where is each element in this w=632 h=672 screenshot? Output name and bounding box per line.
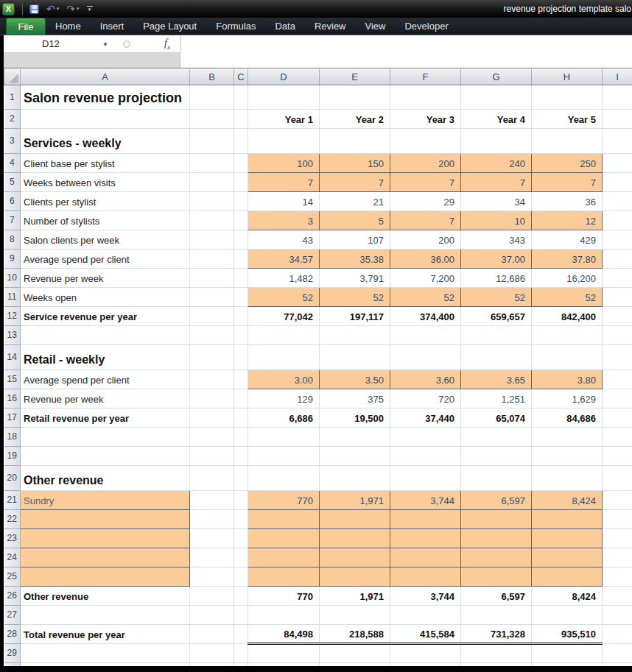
cell-A29[interactable] (21, 643, 190, 662)
cell-I24[interactable] (603, 548, 632, 567)
cell-D2[interactable]: Year 1 (248, 109, 320, 128)
cell-G21[interactable]: 6,597 (461, 490, 532, 509)
cell-F23[interactable] (390, 528, 461, 548)
cell-I22[interactable] (603, 509, 632, 528)
cell-D7[interactable]: 3 (248, 211, 320, 230)
cell-C19[interactable] (234, 446, 248, 465)
column-header-D[interactable]: D (248, 69, 320, 85)
cell-E6[interactable]: 21 (320, 191, 390, 211)
cell-G4[interactable]: 240 (461, 153, 532, 172)
cell-B22[interactable] (190, 509, 234, 528)
cell-F3[interactable] (390, 128, 461, 153)
row-header-18[interactable]: 18 (4, 427, 21, 446)
row-header-24[interactable]: 24 (4, 548, 21, 567)
cell-C1[interactable] (234, 85, 248, 109)
cell-A19[interactable] (21, 446, 190, 465)
cell-H8[interactable]: 429 (532, 230, 603, 249)
cell-D17[interactable]: 6,686 (248, 408, 320, 427)
cell-B26[interactable] (190, 586, 234, 605)
column-header-H[interactable]: H (532, 69, 603, 85)
tab-review[interactable]: Review (305, 18, 356, 35)
cell-A9[interactable]: Average spend per client (21, 249, 190, 268)
cell-I16[interactable] (603, 389, 632, 408)
cell-F15[interactable]: 3.60 (390, 369, 461, 389)
cell-E27[interactable] (320, 605, 390, 624)
cell-C29[interactable] (234, 643, 248, 662)
cell-F13[interactable] (390, 325, 461, 344)
row-header-21[interactable]: 21 (4, 490, 21, 509)
cell-H17[interactable]: 84,686 (532, 408, 603, 427)
cell-H10[interactable]: 16,200 (532, 268, 603, 287)
cell-F27[interactable] (390, 605, 461, 624)
cell-I9[interactable] (603, 249, 632, 268)
row-header-17[interactable]: 17 (4, 408, 21, 427)
cell-H12[interactable]: 842,400 (532, 306, 603, 325)
cell-B14[interactable] (190, 344, 234, 369)
cell-F22[interactable] (390, 509, 461, 528)
cell-B16[interactable] (190, 389, 234, 408)
cell-I11[interactable] (603, 287, 632, 306)
cell-D23[interactable] (248, 528, 320, 548)
row-header-10[interactable]: 10 (4, 268, 21, 287)
cell-B8[interactable] (190, 230, 234, 249)
cell-A15[interactable]: Average spend per client (21, 369, 190, 389)
column-header-I[interactable]: I (603, 69, 632, 85)
cell-H26[interactable]: 8,424 (532, 586, 603, 605)
cell-D16[interactable]: 129 (248, 389, 320, 408)
row-header-20[interactable]: 20 (4, 465, 21, 490)
cell-A18[interactable] (21, 427, 190, 446)
cell-A12[interactable]: Service revenue per year (21, 306, 190, 325)
cell-C5[interactable] (234, 172, 248, 191)
cell-C7[interactable] (234, 211, 248, 230)
cell-A7[interactable]: Number of stylists (21, 211, 190, 230)
cell-E8[interactable]: 107 (320, 230, 390, 249)
cell-E12[interactable]: 197,117 (320, 306, 390, 325)
cell-B7[interactable] (190, 211, 234, 230)
cell-D28[interactable]: 84,498 (248, 624, 320, 643)
cell-G23[interactable] (461, 528, 532, 548)
cell-C2[interactable] (234, 109, 248, 128)
cell-H24[interactable] (532, 548, 603, 567)
row-header-29[interactable]: 29 (4, 643, 21, 662)
row-header-4[interactable]: 4 (4, 153, 21, 172)
cell-I19[interactable] (603, 446, 632, 465)
cell-A28[interactable]: Total revenue per year (21, 624, 190, 643)
cell-B15[interactable] (190, 369, 234, 389)
cell-G28[interactable]: 731,328 (461, 624, 532, 643)
cell-E9[interactable]: 35.38 (320, 249, 390, 268)
cell-D27[interactable] (248, 605, 320, 624)
cell-A22[interactable] (21, 509, 190, 528)
cell-G15[interactable]: 3.65 (461, 369, 532, 389)
cell-B5[interactable] (190, 172, 234, 191)
cell-G12[interactable]: 659,657 (461, 306, 532, 325)
column-header-F[interactable]: F (390, 69, 461, 85)
cell-D20[interactable] (248, 465, 320, 490)
cell-A2[interactable] (21, 109, 190, 128)
cell-H6[interactable]: 36 (532, 191, 603, 211)
cell-G20[interactable] (461, 465, 532, 490)
cell-A14[interactable]: Retail - weekly (21, 344, 190, 369)
cell-D8[interactable]: 43 (248, 230, 320, 249)
name-box[interactable]: D12 ▼ (4, 35, 113, 53)
cell-B19[interactable] (190, 446, 234, 465)
cell-C9[interactable] (234, 249, 248, 268)
cell-B27[interactable] (190, 605, 234, 624)
cell-G7[interactable]: 10 (461, 211, 532, 230)
cell-B1[interactable] (190, 85, 234, 109)
cell-E23[interactable] (320, 528, 390, 548)
cell-D3[interactable] (248, 128, 320, 153)
cell-A3[interactable]: Services - weekly (21, 128, 190, 153)
cell-C16[interactable] (234, 389, 248, 408)
cell-G3[interactable] (461, 128, 532, 153)
cell-I12[interactable] (603, 306, 632, 325)
cell-D18[interactable] (248, 427, 320, 446)
tab-insert[interactable]: Insert (91, 18, 134, 35)
cell-H9[interactable]: 37.80 (532, 249, 603, 268)
cell-C11[interactable] (234, 287, 248, 306)
row-header-16[interactable]: 16 (4, 389, 21, 408)
cell-D21[interactable]: 770 (248, 490, 320, 509)
cell-F17[interactable]: 37,440 (390, 408, 461, 427)
row-header-1[interactable]: 1 (4, 85, 21, 109)
tab-file[interactable]: File (6, 18, 46, 35)
cell-G10[interactable]: 12,686 (461, 268, 532, 287)
